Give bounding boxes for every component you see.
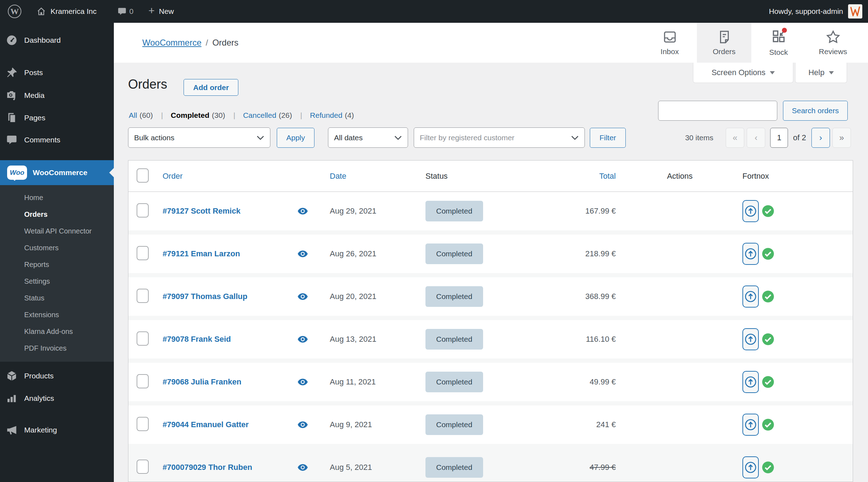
- preview-eye-icon[interactable]: [297, 207, 308, 215]
- order-link[interactable]: #79068 Julia Franken: [163, 377, 241, 386]
- status-filter-link[interactable]: Cancelled: [243, 111, 276, 120]
- sidebar-subitem[interactable]: Customers: [0, 240, 114, 256]
- column-header-date[interactable]: Date: [317, 172, 417, 181]
- order-date: Aug 5, 2021: [317, 463, 417, 472]
- order-link[interactable]: #700079029 Thor Ruben: [163, 463, 252, 472]
- sidebar-item-label: Comments: [24, 136, 60, 144]
- add-order-button[interactable]: Add order: [184, 79, 238, 96]
- search-orders-button[interactable]: Search orders: [783, 101, 848, 121]
- sidebar-item-marketing[interactable]: Marketing: [0, 419, 114, 441]
- sidebar-item-media[interactable]: Media: [0, 84, 114, 107]
- admin-bar-comments[interactable]: 0: [117, 7, 134, 16]
- row-checkbox[interactable]: [137, 246, 149, 260]
- wordpress-logo-icon[interactable]: W: [8, 5, 21, 18]
- sidebar-item-pages[interactable]: Pages: [0, 107, 114, 129]
- sidebar-subitem[interactable]: PDF Invoices: [0, 340, 114, 357]
- avatar[interactable]: [848, 4, 862, 19]
- page-title: Orders: [128, 77, 167, 92]
- select-all-checkbox[interactable]: [137, 168, 149, 183]
- sidebar-subitem[interactable]: Status: [0, 290, 114, 307]
- order-date: Aug 11, 2021: [317, 377, 417, 387]
- avatar-w-glyph: [849, 5, 861, 17]
- order-total: 218.99 €: [502, 249, 623, 258]
- sidebar-subitem[interactable]: Orders: [0, 206, 114, 223]
- preview-eye-icon[interactable]: [297, 463, 308, 471]
- order-link[interactable]: #79127 Scott Remick: [163, 206, 240, 215]
- search-input[interactable]: [658, 101, 777, 121]
- current-page-input[interactable]: 1: [770, 128, 788, 148]
- customer-filter-select[interactable]: Filter by registered customer: [414, 127, 585, 148]
- sidebar-subitem[interactable]: Home: [0, 189, 114, 206]
- status-filter-link[interactable]: Completed: [171, 111, 210, 120]
- preview-eye-icon[interactable]: [297, 378, 308, 386]
- sidebar-item-comments[interactable]: Comments: [0, 129, 114, 151]
- help-button[interactable]: Help: [795, 63, 847, 83]
- column-header-order[interactable]: Order: [157, 172, 289, 181]
- prev-page-button[interactable]: ‹: [747, 128, 765, 148]
- menu-separator: [0, 151, 114, 160]
- status-filter: All (60): [129, 111, 169, 120]
- order-link[interactable]: #79097 Thomas Gallup: [163, 292, 247, 301]
- fortnox-synced-check-icon: [762, 290, 774, 303]
- sidebar-item-dashboard[interactable]: Dashboard: [0, 28, 114, 52]
- status-filter-count: (26): [279, 111, 292, 120]
- sidebar-item-analytics[interactable]: Analytics: [0, 387, 114, 409]
- upload-arrow-icon: [744, 418, 757, 431]
- last-page-button[interactable]: »: [832, 128, 851, 148]
- dates-select[interactable]: All dates: [328, 127, 408, 148]
- sidebar-subitem[interactable]: Wetail API Connector: [0, 223, 114, 240]
- screen-options-button[interactable]: Screen Options: [693, 63, 793, 83]
- row-checkbox[interactable]: [137, 374, 149, 388]
- fortnox-upload-button[interactable]: [742, 200, 759, 222]
- apply-button[interactable]: Apply: [277, 128, 314, 148]
- new-label: New: [159, 7, 174, 16]
- fortnox-upload-button[interactable]: [742, 328, 759, 350]
- table-row: #79068 Julia Franken Aug 11, 2021 Comple…: [128, 363, 853, 405]
- row-checkbox[interactable]: [137, 331, 149, 346]
- status-badge: Completed: [425, 457, 483, 478]
- tab-orders[interactable]: Orders: [697, 23, 751, 63]
- sidebar-subitem[interactable]: Extensions: [0, 307, 114, 323]
- row-checkbox[interactable]: [137, 289, 149, 303]
- preview-eye-icon[interactable]: [297, 293, 308, 300]
- preview-eye-icon[interactable]: [297, 250, 308, 258]
- breadcrumb-woocommerce-link[interactable]: WooCommerce: [142, 38, 201, 48]
- preview-eye-icon[interactable]: [297, 335, 308, 343]
- sidebar-subitem[interactable]: Settings: [0, 273, 114, 290]
- status-filter-link[interactable]: Refunded: [310, 111, 342, 120]
- tab-stock[interactable]: Stock: [751, 23, 806, 63]
- fortnox-upload-button[interactable]: [742, 414, 759, 436]
- sidebar-subitem[interactable]: Reports: [0, 256, 114, 273]
- howdy-text[interactable]: Howdy, support-admin: [769, 7, 843, 16]
- order-link[interactable]: #79121 Eman Larzon: [163, 249, 240, 258]
- order-link[interactable]: #79078 Frank Seid: [163, 335, 231, 344]
- table-row: #700079029 Thor Ruben Aug 5, 2021 Comple…: [128, 448, 853, 482]
- site-name-link[interactable]: Kramerica Inc: [36, 6, 97, 16]
- tab-reviews[interactable]: Reviews: [806, 23, 860, 63]
- new-content-button[interactable]: + New: [148, 7, 174, 16]
- sidebar-item-woocommerce[interactable]: Woo WooCommerce: [0, 160, 114, 185]
- fortnox-upload-button[interactable]: [742, 285, 759, 308]
- fortnox-upload-button[interactable]: [742, 371, 759, 393]
- fortnox-upload-button[interactable]: [742, 243, 759, 265]
- sidebar-subitem[interactable]: Klarna Add-ons: [0, 323, 114, 340]
- first-page-button[interactable]: «: [726, 128, 744, 148]
- sidebar-item-products[interactable]: Products: [0, 365, 114, 387]
- status-filter-link[interactable]: All: [129, 111, 137, 120]
- megaphone-icon: [5, 424, 18, 436]
- preview-eye-icon[interactable]: [297, 421, 308, 429]
- tab-inbox[interactable]: Inbox: [642, 23, 697, 63]
- status-filter-links: All (60) Completed (30) Cancelled (26) R…: [129, 111, 354, 120]
- sidebar-item-posts[interactable]: Posts: [0, 61, 114, 84]
- row-checkbox[interactable]: [137, 417, 149, 431]
- menu-separator: [0, 52, 114, 61]
- row-checkbox[interactable]: [137, 460, 149, 474]
- fortnox-upload-button[interactable]: [742, 456, 759, 478]
- bulk-actions-select[interactable]: Bulk actions: [128, 127, 270, 148]
- bar-chart-icon: [5, 393, 18, 404]
- order-link[interactable]: #79044 Emanuel Gatter: [163, 420, 249, 429]
- next-page-button[interactable]: ›: [811, 128, 830, 148]
- row-checkbox[interactable]: [137, 203, 149, 218]
- filter-button[interactable]: Filter: [590, 128, 626, 148]
- column-header-total[interactable]: Total: [502, 172, 623, 181]
